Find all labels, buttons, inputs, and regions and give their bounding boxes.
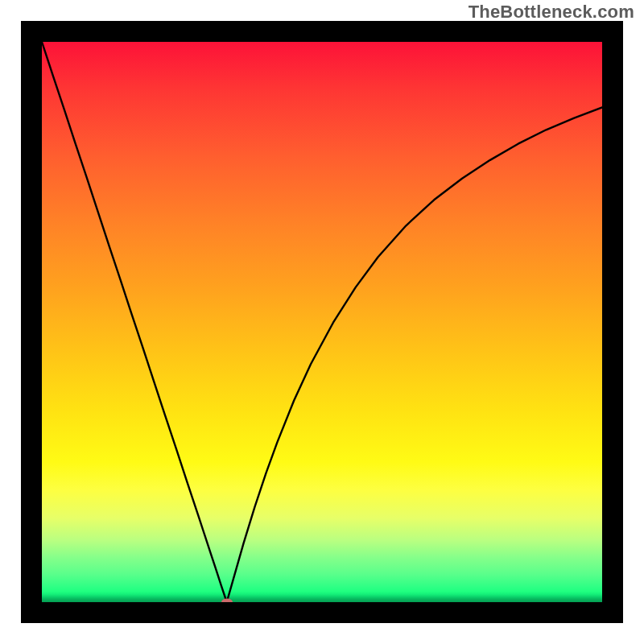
bottleneck-curve — [42, 42, 602, 602]
minimum-marker-icon — [221, 599, 233, 603]
chart-frame: TheBottleneck.com — [0, 0, 644, 644]
watermark-text: TheBottleneck.com — [469, 2, 634, 23]
plot-border — [21, 21, 623, 623]
plot-area — [42, 42, 602, 602]
